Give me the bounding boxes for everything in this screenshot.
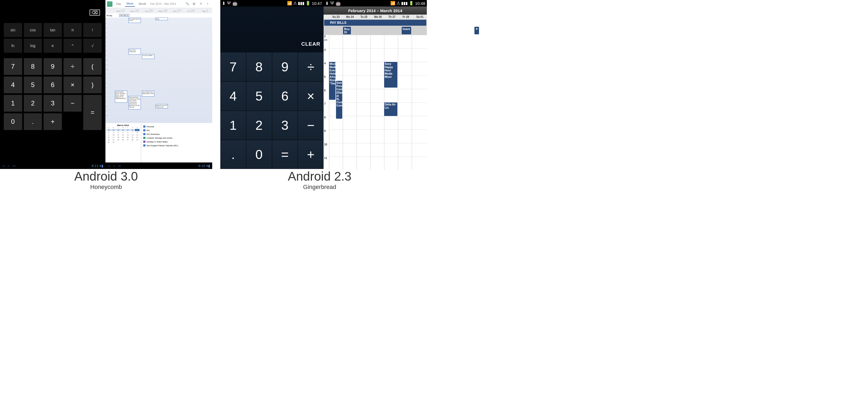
mini-day[interactable]: 28 [130, 129, 135, 131]
mini-day[interactable]: 3 [112, 131, 116, 133]
calc-key-√[interactable]: √ [83, 39, 102, 53]
calc-key-2[interactable]: 2 [246, 111, 272, 140]
mini-day[interactable]: 12 [121, 134, 125, 136]
day-header[interactable]: Fri 28 [184, 9, 198, 13]
allday-event[interactable]: PAY BILLS [324, 20, 426, 26]
calc-key-cos[interactable]: cos [24, 23, 42, 37]
day-header[interactable]: Sun 23 [114, 9, 128, 13]
mini-day[interactable]: 31 [112, 141, 116, 143]
day-header[interactable]: Mon 24 [128, 9, 142, 13]
calc-key-6[interactable]: 6 [272, 82, 298, 111]
calc-key-4[interactable]: 4 [220, 82, 246, 111]
mini-day[interactable]: 23 [106, 139, 111, 141]
mini-day[interactable]: 26 [121, 139, 125, 141]
calc-key-7[interactable]: 7 [220, 53, 246, 81]
calc-key-−[interactable]: − [298, 111, 323, 140]
calendar-event[interactable]: Samsung Press Conference (Starts at 8), … [128, 96, 141, 110]
legend-item[interactable]: NFL [143, 128, 211, 132]
mini-day[interactable]: 1 [135, 129, 140, 131]
search-icon[interactable]: 🔍 [186, 2, 189, 6]
calc-key-)[interactable]: ) [83, 76, 102, 93]
mini-day[interactable]: 28 [130, 139, 135, 141]
calc-key-^[interactable]: ^ [64, 39, 82, 53]
week-grid[interactable]: 12345678910111212345678910Buy Digital Ve… [105, 18, 212, 123]
calc-key-.[interactable]: . [24, 113, 42, 130]
day-header[interactable]: Tue 25 [142, 9, 156, 13]
mini-day[interactable] [116, 141, 121, 143]
calendar-event[interactable]: Mozilla Media Event, Hotel Arts, Room "G… [329, 62, 336, 100]
calc-key-0[interactable]: 0 [246, 140, 272, 169]
legend-item[interactable]: Holidays in United States [143, 140, 211, 144]
calc-key-0[interactable]: 0 [4, 113, 22, 130]
calc-key-÷[interactable]: ÷ [64, 58, 82, 75]
day-header[interactable]: Su 23 [329, 16, 343, 19]
mini-day[interactable]: 26 [121, 129, 125, 131]
calc-key-6[interactable]: 6 [43, 76, 62, 93]
calendar-event[interactable]: Buy Digital Version of This [128, 18, 141, 23]
mini-day[interactable]: 2 [106, 131, 111, 133]
calc-key-4[interactable]: 4 [4, 76, 22, 93]
mini-day[interactable] [130, 141, 135, 143]
event-chip[interactable]: Buy Di [343, 27, 351, 34]
event-chip[interactable]: ✦ [474, 27, 479, 34]
back-icon[interactable]: ◁ [2, 164, 4, 167]
mini-day[interactable]: 14 [130, 134, 135, 136]
calc-key-([interactable]: ( [83, 58, 102, 75]
week-grid[interactable]: 234567891011pmMozilla Media Event, Hotel… [323, 35, 427, 170]
day-header[interactable]: Fr 28 [399, 16, 413, 19]
calc-key-8[interactable]: 8 [246, 53, 272, 81]
calc-key-5[interactable]: 5 [246, 82, 272, 111]
calc-key-5[interactable]: 5 [24, 76, 42, 93]
calc-key-tan[interactable]: tan [43, 23, 62, 37]
calc-key-π[interactable]: π [64, 23, 82, 37]
tab-week[interactable]: Week [125, 1, 135, 7]
mini-day[interactable] [125, 141, 130, 143]
controls-icon[interactable]: ⚙ [200, 2, 204, 6]
calendar-event[interactable]: Delta Air Lin [384, 102, 397, 116]
calc-key-2[interactable]: 2 [24, 95, 42, 112]
calc-key-+[interactable]: + [298, 140, 323, 169]
calc-key-+[interactable]: + [43, 113, 62, 130]
calc-key-.[interactable]: . [220, 140, 246, 169]
calc-key-e[interactable]: e [43, 39, 62, 53]
mini-day[interactable]: 19 [121, 136, 125, 138]
mini-day[interactable]: 4 [116, 131, 121, 133]
delete-button[interactable]: ⌫ [90, 9, 100, 16]
mini-day[interactable]: 8 [135, 131, 140, 133]
tab-month[interactable]: Month [137, 1, 148, 6]
tab-day[interactable]: Day [115, 1, 123, 6]
date-range[interactable]: Feb 2014 – Mar 2014 [150, 2, 176, 5]
calendar-event[interactable]: Samsung Press Conference (Starts at 8), … [336, 81, 342, 119]
allday-event[interactable]: PAY BILLS [119, 14, 129, 17]
calc-key-9[interactable]: 9 [272, 53, 298, 81]
mini-day[interactable]: 27 [125, 129, 130, 131]
mini-day[interactable]: 15 [135, 134, 140, 136]
mini-day[interactable]: 7 [130, 131, 135, 133]
home-icon[interactable]: ⌂ [113, 164, 115, 167]
mini-day[interactable]: 11 [116, 134, 121, 136]
calc-key-8[interactable]: 8 [24, 58, 42, 75]
day-header[interactable]: Wed 26 [156, 9, 170, 13]
legend-item[interactable]: AFC Americans [143, 132, 211, 136]
back-icon[interactable]: ◁ [107, 164, 110, 167]
day-header[interactable]: Sat 1 [198, 9, 212, 13]
event-chip[interactable]: leave [402, 27, 411, 34]
calc-key-3[interactable]: 3 [43, 95, 62, 112]
day-header[interactable]: Tu 25 [357, 16, 371, 19]
calendar-event[interactable]: Delta Air Lines 477 TGW to JFK [155, 104, 168, 109]
mini-day[interactable]: 27 [125, 139, 130, 141]
calc-key-![interactable]: ! [83, 23, 102, 37]
calc-key-ln[interactable]: ln [4, 39, 22, 53]
calc-key-×[interactable]: × [64, 76, 82, 93]
mini-day[interactable]: 29 [135, 139, 140, 141]
mini-day[interactable]: 23 [106, 129, 111, 131]
mini-day[interactable]: 22 [135, 136, 140, 138]
recents-icon[interactable]: ▭ [118, 164, 121, 167]
mini-day[interactable]: 18 [116, 136, 121, 138]
home-icon[interactable]: ⌂ [7, 164, 9, 167]
day-header[interactable]: Thu 27 [170, 9, 184, 13]
clear-button[interactable]: CLEAR [302, 41, 320, 47]
calc-key-3[interactable]: 3 [272, 111, 298, 140]
mini-day[interactable]: 20 [125, 136, 130, 138]
legend-item[interactable]: Contacts' birthdays and events [143, 136, 211, 140]
